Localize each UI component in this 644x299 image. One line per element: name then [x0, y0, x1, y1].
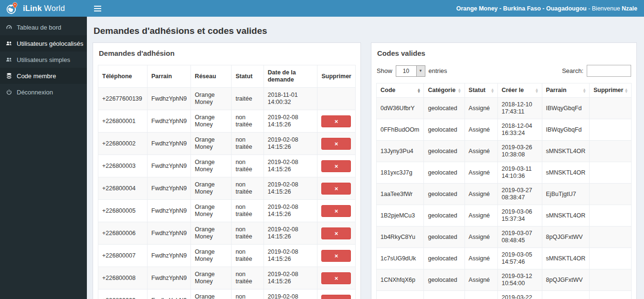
cell-statut: Assigné	[465, 227, 497, 248]
delete-request-button[interactable]: ×	[321, 115, 351, 127]
sidebar-item-deconnexion[interactable]: Déconnexion	[0, 84, 87, 100]
cell-parrain: 8pQJGFxtWV	[542, 269, 590, 291]
delete-request-button[interactable]: ×	[321, 160, 351, 172]
cell-reseau: Orange Money	[191, 155, 232, 177]
table-row: +226800004FwdhzYphN9Orange Moneynon trai…	[98, 177, 356, 200]
cell-date: 2019-02-08 14:15:26	[264, 267, 317, 289]
sort-icon: ▴▾	[583, 88, 585, 93]
table-row: 13Jyny3Pu4geolocatedAssigné2019-03-26 10…	[377, 141, 632, 162]
cell-categorie: geolocated	[424, 119, 465, 141]
sort-icon: ▴▾	[491, 88, 493, 93]
search-input[interactable]	[587, 65, 631, 77]
table-row: 1aaTee3fWrgeolocatedAssigné2019-03-27 08…	[377, 184, 632, 205]
table-row: 181yxc3J7ggeolocatedAssigné2019-03-11 14…	[377, 162, 632, 184]
cell-statut: non traitée	[232, 155, 264, 177]
sidebar-item-code-membre[interactable]: Code membre	[0, 68, 87, 84]
table-row: +226800007FwdhzYphN9Orange Moneynon trai…	[98, 245, 356, 267]
sortable-column-header[interactable]: Créer le▴▾	[497, 83, 542, 98]
cell-parrain: FwdhzYphN9	[148, 155, 191, 177]
column-header: Téléphone	[98, 65, 148, 88]
delete-request-button[interactable]: ×	[321, 295, 351, 299]
sortable-column-header[interactable]: Parrain▴▾	[542, 83, 590, 98]
cell-code: 1b4RkyC8Yu	[377, 227, 424, 248]
close-icon: ×	[335, 208, 338, 214]
cell-statut: non traitée	[232, 245, 264, 267]
cell-date: 2019-02-08 14:15:26	[264, 177, 317, 200]
sidebar-item-label: Tableau de bord	[17, 24, 61, 31]
cell-cree_le: 2019-03-22 08:45:22	[497, 291, 542, 299]
cell-date: 2019-02-08 14:15:26	[264, 155, 317, 177]
user-greeting: Orange Money - Burkina Faso - Ouagadougo…	[456, 5, 644, 12]
sidebar-item-utilisateurs-geolocalises[interactable]: Utilisateurs géolocalisés	[0, 35, 87, 52]
codes-panel-title: Codes valides	[377, 49, 632, 57]
sort-icon: ▴▾	[458, 88, 460, 93]
cell-supprimer	[590, 119, 632, 141]
close-icon: ×	[335, 186, 338, 192]
codes-table-header-row: Code▴▾Catégorie▴▾Statut▴▾Créer le▴▾Parra…	[377, 83, 632, 98]
cell-reseau: Orange Money	[191, 177, 232, 200]
sidebar-item-tableau-de-bord[interactable]: Tableau de bord	[0, 19, 87, 35]
entries-label: entries	[429, 67, 447, 74]
cell-statut: Assigné	[465, 119, 497, 141]
sortable-column-header[interactable]: Statut▴▾	[465, 83, 497, 98]
cell-categorie: geolocated	[424, 162, 465, 184]
table-row: 0FFhBudOOmgeolocatedAssigné2018-12-04 16…	[377, 119, 632, 141]
sortable-column-header[interactable]: Code▴▾	[377, 83, 424, 98]
cell-cree_le: 2018-12-04 16:33:24	[497, 119, 542, 141]
cell-telephone: +226800001	[98, 110, 148, 133]
cell-supprimer: ×	[317, 200, 356, 222]
cell-telephone: +226800004	[98, 177, 148, 200]
search-control: Search:	[562, 65, 631, 77]
sort-icon: ▴▾	[625, 88, 627, 93]
table-row: 0dW36UfbrYgeolocatedAssigné2018-12-10 17…	[377, 98, 632, 119]
cell-supprimer	[590, 162, 632, 184]
cell-date: 2019-02-08 14:15:26	[264, 200, 317, 222]
cell-cree_le: 2019-03-11 14:10:36	[497, 162, 542, 184]
cell-telephone: +226800003	[98, 155, 148, 177]
delete-request-button[interactable]: ×	[321, 272, 351, 284]
delete-request-button[interactable]: ×	[321, 205, 351, 217]
cell-reseau: Orange Money	[191, 245, 232, 267]
cell-code: 1B2pjeMCu3	[377, 205, 424, 227]
delete-request-button[interactable]: ×	[321, 227, 351, 239]
cell-categorie: geolocated	[424, 141, 465, 162]
cell-supprimer: ×	[317, 289, 356, 299]
menu-toggle-button[interactable]	[87, 0, 108, 17]
cell-telephone: +226800002	[98, 133, 148, 155]
brand[interactable]: $ iLink World	[0, 0, 87, 17]
power-icon	[5, 89, 12, 95]
table-row: +226800001FwdhzYphN9Orange Moneynon trai…	[98, 110, 356, 133]
cell-parrain: EjBuTjgtU7	[542, 184, 590, 205]
sidebar-item-label: Code membre	[17, 72, 56, 80]
delete-request-button[interactable]: ×	[321, 138, 351, 150]
cell-cree_le: 2019-03-12 10:54:00	[497, 269, 542, 291]
requests-table: TéléphoneParrainRéseauStatutDate de la d…	[98, 65, 356, 299]
users-icon	[5, 56, 12, 63]
sidebar-item-utilisateurs-simples[interactable]: Utilisateurs simples	[0, 52, 87, 68]
close-icon: ×	[335, 141, 338, 147]
database-icon	[5, 72, 12, 79]
cell-reseau: Orange Money	[191, 267, 232, 289]
cell-categorie: geolocated	[424, 184, 465, 205]
requests-panel-title: Demandes d'adhésion	[99, 49, 356, 57]
cell-statut: Assigné	[465, 184, 497, 205]
cell-code: 13Jyny3Pu4	[377, 141, 424, 162]
cell-supprimer: ×	[317, 110, 356, 133]
sortable-column-header[interactable]: Supprimer▴▾	[590, 83, 632, 98]
cell-categorie: geolocated	[424, 248, 465, 269]
cell-parrain: FwdhzYphN9	[148, 88, 191, 110]
topbar: Orange Money - Burkina Faso - Ouagadougo…	[87, 0, 644, 17]
delete-request-button[interactable]: ×	[321, 250, 351, 262]
cell-supprimer: ×	[317, 177, 356, 200]
sidebar-item-label: Utilisateurs géolocalisés	[17, 40, 83, 47]
cell-statut: non traitée	[232, 177, 264, 200]
close-icon: ×	[335, 118, 338, 124]
page-title: Demandes d'adhésions et codes valides	[94, 26, 637, 36]
cell-statut: Assigné	[465, 205, 497, 227]
cell-supprimer	[590, 205, 632, 227]
sortable-column-header[interactable]: Catégorie▴▾	[424, 83, 465, 98]
page-size-select[interactable]: 10 ▼	[396, 65, 425, 77]
delete-request-button[interactable]: ×	[321, 183, 351, 195]
cell-cree_le: 2019-03-27 08:38:47	[497, 184, 542, 205]
cell-cree_le: 2019-03-06 15:37:34	[497, 205, 542, 227]
